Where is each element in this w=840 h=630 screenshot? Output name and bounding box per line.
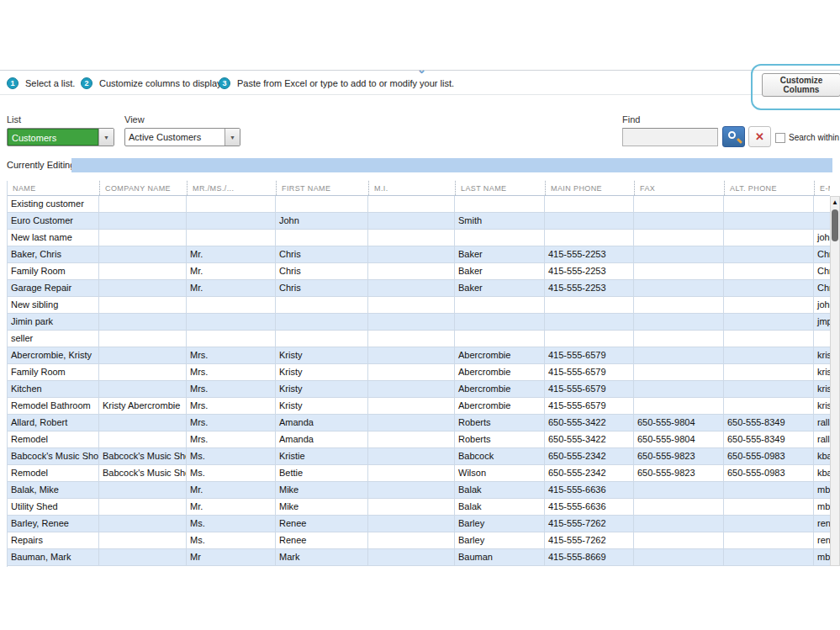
table-cell[interactable] xyxy=(368,499,455,516)
table-cell[interactable] xyxy=(99,196,187,213)
view-dropdown-arrow-icon[interactable]: ▼ xyxy=(225,129,240,146)
find-input[interactable] xyxy=(622,128,718,146)
column-header[interactable]: LAST NAME xyxy=(455,181,545,195)
table-cell[interactable] xyxy=(724,381,814,398)
table-cell[interactable] xyxy=(724,314,814,331)
scroll-up-arrow-icon[interactable]: ▲ xyxy=(831,197,839,208)
table-cell[interactable]: Mr xyxy=(187,549,276,566)
table-cell[interactable] xyxy=(724,364,814,381)
table-cell[interactable]: Smith xyxy=(455,213,545,230)
table-cell[interactable]: Baker xyxy=(455,263,545,280)
table-cell[interactable]: Abercrombie xyxy=(455,347,545,364)
collapse-chevron-icon[interactable]: ⌄ xyxy=(417,63,426,76)
table-cell[interactable] xyxy=(368,331,455,347)
table-cell[interactable] xyxy=(455,314,545,331)
table-cell[interactable]: 415-555-2253 xyxy=(545,246,634,263)
table-cell[interactable]: Renee xyxy=(276,532,368,549)
table-cell[interactable] xyxy=(187,331,276,347)
table-cell[interactable] xyxy=(455,331,545,347)
table-cell[interactable] xyxy=(368,314,455,331)
table-cell[interactable] xyxy=(99,516,187,532)
table-cell[interactable] xyxy=(368,297,455,314)
table-cell[interactable]: Mrs. xyxy=(187,415,276,431)
table-cell[interactable] xyxy=(187,213,276,230)
table-cell[interactable]: Kristie xyxy=(276,448,368,465)
table-cell[interactable] xyxy=(276,230,368,246)
table-cell[interactable]: 650-555-0983 xyxy=(724,448,814,465)
table-cell[interactable]: Family Room xyxy=(8,263,99,280)
table-cell[interactable]: Family Room xyxy=(8,364,99,381)
table-cell[interactable]: 415-555-2253 xyxy=(545,280,634,297)
table-cell[interactable]: ralla xyxy=(814,431,830,448)
table-cell[interactable]: Mrs. xyxy=(187,364,276,381)
table-cell[interactable]: Mr. xyxy=(187,499,276,516)
table-cell[interactable] xyxy=(455,196,545,213)
table-cell[interactable] xyxy=(634,532,724,549)
table-cell[interactable] xyxy=(368,482,455,499)
column-header[interactable]: MAIN PHONE xyxy=(545,181,634,195)
table-cell[interactable]: 415-555-6579 xyxy=(545,381,634,398)
table-cell[interactable]: Repairs xyxy=(8,532,99,549)
table-cell[interactable] xyxy=(724,398,814,415)
column-header[interactable]: FIRST NAME xyxy=(276,181,368,195)
table-cell[interactable]: Chri xyxy=(814,246,830,263)
table-cell[interactable]: Chris xyxy=(276,280,368,297)
table-cell[interactable] xyxy=(724,532,814,549)
table-cell[interactable]: kbal xyxy=(814,465,830,482)
table-cell[interactable] xyxy=(99,364,187,381)
table-cell[interactable] xyxy=(368,230,455,246)
table-cell[interactable]: 650-555-2342 xyxy=(545,448,634,465)
table-cell[interactable] xyxy=(814,196,830,213)
table-cell[interactable]: 650-555-3422 xyxy=(545,431,634,448)
table-cell[interactable]: Kristy Abercrombie xyxy=(99,398,187,415)
table-cell[interactable] xyxy=(634,516,724,532)
table-cell[interactable]: joho xyxy=(814,230,830,246)
table-cell[interactable] xyxy=(814,331,830,347)
table-cell[interactable] xyxy=(814,213,830,230)
search-within-results-checkbox[interactable] xyxy=(775,133,785,143)
table-cell[interactable]: 415-555-7262 xyxy=(545,532,634,549)
table-cell[interactable]: rene xyxy=(814,532,830,549)
table-cell[interactable] xyxy=(634,196,724,213)
table-cell[interactable] xyxy=(724,196,814,213)
table-cell[interactable] xyxy=(368,415,455,431)
table-cell[interactable]: joho xyxy=(814,297,830,314)
table-cell[interactable]: krist xyxy=(814,398,830,415)
table-cell[interactable]: 415-555-6636 xyxy=(545,499,634,516)
table-cell[interactable] xyxy=(368,213,455,230)
table-cell[interactable]: Mrs. xyxy=(187,431,276,448)
table-cell[interactable]: Mr. xyxy=(187,246,276,263)
table-cell[interactable] xyxy=(724,230,814,246)
table-cell[interactable]: 650-555-8349 xyxy=(724,415,814,431)
table-cell[interactable] xyxy=(724,331,814,347)
table-cell[interactable] xyxy=(99,230,187,246)
table-cell[interactable] xyxy=(187,196,276,213)
table-cell[interactable] xyxy=(634,314,724,331)
table-cell[interactable] xyxy=(368,280,455,297)
table-cell[interactable]: Babcock xyxy=(455,448,545,465)
table-cell[interactable]: krist xyxy=(814,364,830,381)
table-cell[interactable]: Abercrombie xyxy=(455,364,545,381)
table-cell[interactable] xyxy=(99,347,187,364)
table-cell[interactable] xyxy=(724,482,814,499)
table-cell[interactable]: Babcock's Music Shop xyxy=(99,465,187,482)
table-cell[interactable] xyxy=(187,314,276,331)
table-cell[interactable]: ralla xyxy=(814,415,830,431)
table-cell[interactable] xyxy=(634,347,724,364)
table-cell[interactable]: Abercrombie xyxy=(455,398,545,415)
table-cell[interactable]: Renee xyxy=(276,516,368,532)
table-cell[interactable]: krist xyxy=(814,347,830,364)
table-cell[interactable]: Roberts xyxy=(455,431,545,448)
table-cell[interactable] xyxy=(724,246,814,263)
table-cell[interactable] xyxy=(187,230,276,246)
table-cell[interactable]: 650-555-9804 xyxy=(634,431,724,448)
table-cell[interactable] xyxy=(634,246,724,263)
table-cell[interactable] xyxy=(634,381,724,398)
table-cell[interactable] xyxy=(368,364,455,381)
column-header[interactable]: NAME xyxy=(8,181,99,195)
table-cell[interactable] xyxy=(368,532,455,549)
table-cell[interactable]: kbal xyxy=(814,448,830,465)
table-cell[interactable]: Ms. xyxy=(187,465,276,482)
table-cell[interactable]: Abercrombie xyxy=(455,381,545,398)
table-cell[interactable] xyxy=(99,499,187,516)
